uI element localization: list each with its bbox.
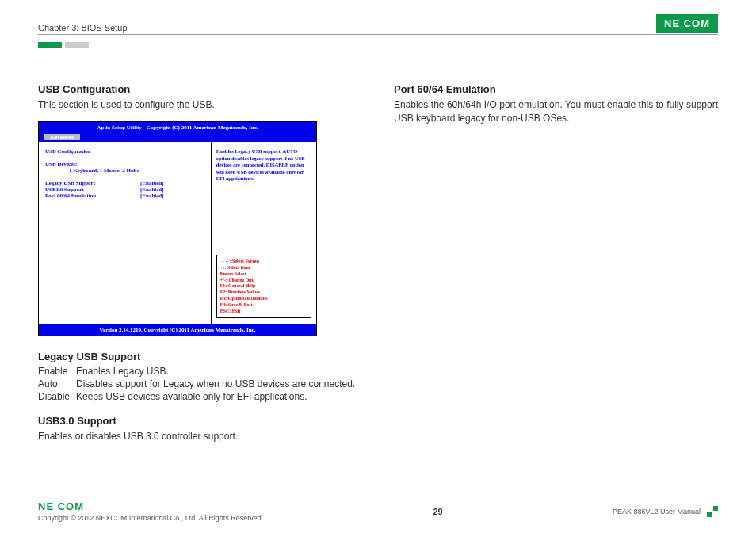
- bios-option-value: [Enabled]: [140, 193, 164, 199]
- bios-key-row: ESC: Exit: [220, 309, 307, 315]
- def-val: Enables Legacy USB.: [76, 366, 169, 377]
- def-val: Disables support for Legacy when no USB …: [76, 378, 355, 389]
- bios-screenshot: Aptio Setup Utility - Copyright (C) 2011…: [38, 121, 317, 336]
- bios-option-row: USB3.0 Support [Enabled]: [45, 186, 204, 193]
- bios-key-row: F3: Optimized Defaults: [220, 296, 307, 302]
- footer-logo: NE COM: [38, 500, 263, 512]
- bios-key-row: F2: Previous Values: [220, 290, 307, 296]
- bios-key-row: F1: General Help: [220, 283, 307, 290]
- footer-copyright: Copyright © 2012 NEXCOM International Co…: [38, 514, 263, 522]
- section-intro: This section is used to configure the US…: [38, 98, 362, 112]
- bios-tab-advanced: Advanced: [44, 134, 80, 140]
- legacy-usb-title: Legacy USB Support: [38, 351, 362, 362]
- usb30-title: USB3.0 Support: [38, 415, 362, 427]
- bios-option-row: Port 60/64 Emulation [Enabled]: [45, 193, 204, 199]
- brand-logo: NE COM: [656, 14, 718, 33]
- legacy-usb-definitions: Enable Enables Legacy USB. Auto Disables…: [38, 366, 362, 402]
- bios-key-row: Enter: Select: [220, 271, 307, 278]
- def-key: Enable: [38, 366, 76, 377]
- def-row: Auto Disables support for Legacy when no…: [38, 378, 362, 389]
- bios-menu-bar: Advanced: [39, 133, 316, 142]
- bios-key-row: →←: Select Screen: [220, 259, 307, 265]
- def-row: Enable Enables Legacy USB.: [38, 366, 362, 377]
- bios-help-text: Enables Legacy USB support. AUTO option …: [216, 148, 311, 182]
- bios-footer: Version 2.14.1219. Copyright (C) 2011 Am…: [39, 324, 316, 336]
- bios-devices-label: USB Devices:: [45, 161, 204, 167]
- port-emulation-text: Enables the 60h/64h I/O port emulation. …: [394, 98, 718, 126]
- chapter-label: Chapter 3: BIOS Setup: [38, 23, 128, 33]
- def-key: Disable: [38, 391, 76, 402]
- bios-key-row: +/-: Change Opt.: [220, 278, 307, 284]
- bios-option-label: Port 60/64 Emulation: [45, 193, 140, 199]
- corner-decor-icon: [707, 506, 718, 517]
- tab-decor: [38, 37, 718, 52]
- bios-key-row: ↑↓: Select Item: [220, 265, 307, 271]
- page-number: 29: [433, 507, 442, 516]
- bios-option-row: Legacy USB Support [Enabled]: [45, 180, 204, 186]
- bios-option-value: [Enabled]: [140, 186, 164, 193]
- def-key: Auto: [38, 378, 76, 389]
- def-val: Keeps USB devices available only for EFI…: [76, 391, 307, 402]
- def-row: Disable Keeps USB devices available only…: [38, 391, 362, 402]
- bios-header: Aptio Setup Utility - Copyright (C) 2011…: [39, 122, 316, 133]
- bios-left-pane: USB Configuration USB Devices: 1 Keyboar…: [39, 142, 212, 324]
- bios-devices-value: 1 Keyboard, 1 Mouse, 2 Hubs: [45, 167, 204, 174]
- bios-option-label: Legacy USB Support: [45, 180, 140, 186]
- bios-key-row: F4: Save & Exit: [220, 302, 307, 309]
- footer-manual-name: PEAK 886VL2 User Manual: [613, 508, 701, 516]
- bios-key-help: →←: Select Screen ↑↓: Select Item Enter:…: [216, 255, 311, 318]
- bios-subtitle: USB Configuration: [45, 148, 204, 155]
- bios-option-label: USB3.0 Support: [45, 186, 140, 193]
- usb30-text: Enables or disables USB 3.0 controller s…: [38, 430, 362, 443]
- port-emulation-title: Port 60/64 Emulation: [394, 83, 718, 95]
- section-title: USB Configuration: [38, 83, 362, 95]
- bios-option-value: [Enabled]: [140, 180, 164, 186]
- bios-right-pane: Enables Legacy USB support. AUTO option …: [212, 142, 316, 324]
